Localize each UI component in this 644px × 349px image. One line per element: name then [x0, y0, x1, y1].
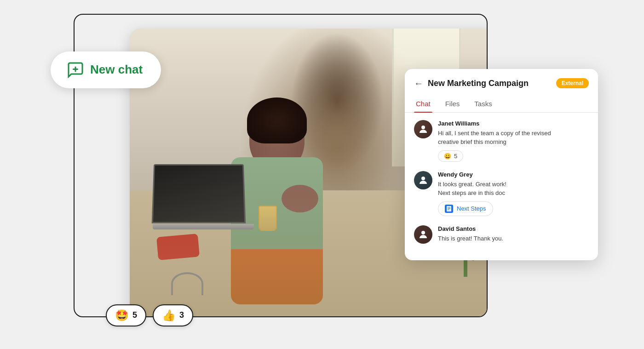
svg-point-3 [421, 177, 425, 180]
tab-bar: Chat Files Tasks [405, 92, 598, 113]
avatar-wendy [414, 171, 432, 189]
docs-icon [445, 205, 453, 213]
reaction-count-star: 5 [132, 310, 137, 320]
avatar-janet-icon [418, 124, 429, 135]
chat-icon [67, 62, 84, 78]
person-hair [247, 97, 307, 143]
new-chat-bubble[interactable]: New chat [51, 51, 161, 88]
svg-point-2 [421, 126, 425, 129]
message-david: David Santos This is great! Thank you. [414, 225, 589, 244]
reaction-bubble-star-eyes[interactable]: 🤩 5 [106, 304, 146, 326]
svg-point-8 [421, 231, 425, 235]
person-body [231, 157, 323, 286]
messages-list: Janet Williams Hi all, I sent the team a… [405, 113, 598, 251]
doc-chip-next-steps[interactable]: Next Steps [438, 201, 493, 216]
avatar-david-icon [418, 229, 429, 240]
person [208, 93, 346, 286]
headphones [171, 272, 203, 295]
reaction-emoji-star: 🤩 [115, 309, 129, 322]
panel-header: ← New Marketing Campaign External [405, 69, 598, 89]
avatar-david [414, 225, 432, 244]
sender-david: David Santos [438, 225, 589, 232]
docs-icon-svg [446, 206, 452, 212]
phone-on-desk [156, 234, 200, 260]
external-badge: External [556, 78, 589, 88]
message-text-janet: Hi all, I sent the team a copy of the re… [438, 129, 589, 147]
laptop-base [153, 224, 254, 229]
reaction-count-thumb: 3 [179, 310, 184, 320]
panel-title: New Marketing Campaign [428, 79, 552, 88]
cup-on-desk [259, 206, 277, 231]
tab-chat[interactable]: Chat [414, 96, 432, 112]
chat-panel: ← New Marketing Campaign External Chat F… [405, 69, 598, 260]
person-hands [282, 185, 318, 212]
reaction-emoji-thumb: 👍 [162, 309, 176, 322]
reaction-chip-janet[interactable]: 😀 5 [438, 150, 463, 162]
message-janet: Janet Williams Hi all, I sent the team a… [414, 120, 589, 162]
scene: New chat ← New Marketing Campaign Extern… [46, 14, 598, 336]
back-button[interactable]: ← [414, 78, 423, 89]
message-text-david: This is great! Thank you. [438, 234, 589, 243]
avatar-wendy-icon [418, 175, 429, 186]
reaction-emoji-janet: 😀 [444, 153, 451, 160]
reaction-bubbles: 🤩 5 👍 3 [106, 304, 193, 326]
tab-tasks[interactable]: Tasks [472, 96, 494, 112]
message-content-david: David Santos This is great! Thank you. [438, 225, 589, 243]
message-wendy: Wendy Grey It looks great. Great work! N… [414, 171, 589, 216]
tab-files[interactable]: Files [443, 96, 462, 112]
message-content-wendy: Wendy Grey It looks great. Great work! N… [438, 171, 589, 216]
reaction-bubble-thumbs-up[interactable]: 👍 3 [153, 304, 193, 326]
doc-chip-label: Next Steps [457, 205, 486, 212]
sender-wendy: Wendy Grey [438, 171, 589, 178]
laptop [153, 163, 254, 235]
person-pants [231, 249, 323, 304]
avatar-janet [414, 120, 432, 138]
message-text-wendy: It looks great. Great work! Next steps a… [438, 180, 589, 198]
sender-janet: Janet Williams [438, 120, 589, 127]
new-chat-label: New chat [90, 63, 143, 77]
message-content-janet: Janet Williams Hi all, I sent the team a… [438, 120, 589, 162]
laptop-screen [152, 164, 246, 223]
reaction-count-janet: 5 [454, 153, 457, 160]
